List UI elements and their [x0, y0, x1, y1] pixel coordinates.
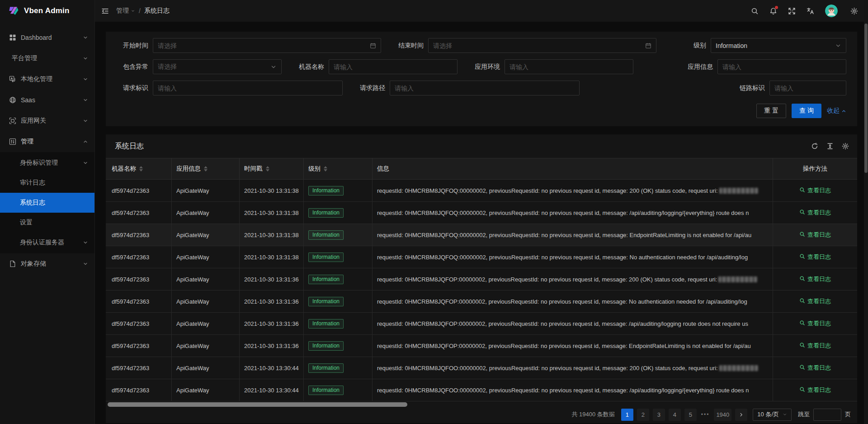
- level-select[interactable]: Information: [711, 38, 846, 53]
- view-log-link[interactable]: 查看日志: [799, 297, 831, 305]
- sidebar-item-dashboard[interactable]: Dashboard: [0, 27, 94, 48]
- view-log-label: 查看日志: [807, 186, 831, 195]
- next-page-button[interactable]: [735, 409, 747, 421]
- sort-carets-icon[interactable]: [204, 166, 208, 172]
- reset-button[interactable]: 重 置: [756, 104, 786, 118]
- page-button-5[interactable]: 5: [684, 409, 697, 421]
- pagination-ellipsis[interactable]: •••: [700, 411, 711, 418]
- cell-message: requestId: 0HMCRBM8JQFOQ:00000002, previ…: [373, 180, 773, 201]
- cell-message: requestId: 0HMCRBM8JQFOP:00000002, previ…: [373, 335, 773, 357]
- sidebar-item-settings[interactable]: 设置: [0, 213, 94, 233]
- end-time-field[interactable]: [433, 42, 642, 49]
- start-time-field[interactable]: [158, 42, 366, 49]
- machine-name-input[interactable]: [329, 59, 458, 74]
- cell-actions: 查看日志: [773, 224, 857, 246]
- cell-timestamp: 2021-10-30 13:31:38: [240, 246, 304, 268]
- column-header-app[interactable]: 应用信息: [172, 158, 240, 179]
- view-log-label: 查看日志: [807, 364, 831, 372]
- request-path-field[interactable]: [395, 85, 575, 92]
- table-row: df5974d72363ApiGateWay2021-10-30 13:31:3…: [106, 268, 857, 291]
- view-log-link[interactable]: 查看日志: [799, 253, 831, 261]
- sidebar-item-manage[interactable]: 管理: [0, 131, 94, 152]
- sidebar-item-identity-management[interactable]: 身份标识管理: [0, 153, 94, 173]
- view-log-link[interactable]: 查看日志: [799, 319, 831, 328]
- sidebar-item-object-storage[interactable]: 对象存储: [0, 253, 94, 274]
- sidebar-item-saas[interactable]: Saas: [0, 90, 94, 110]
- sidebar-item-label: 管理: [21, 138, 83, 146]
- refresh-icon[interactable]: [811, 143, 818, 150]
- sidebar-item-localization[interactable]: 本地化管理: [0, 69, 94, 90]
- logo[interactable]: Vben Admin: [0, 0, 94, 22]
- cell-machine-name: df5974d72363: [106, 379, 172, 401]
- column-header-machine[interactable]: 机器名称: [106, 158, 172, 179]
- level-badge: Information: [308, 341, 344, 351]
- pagination-bar: 共 19400 条数据12345•••194010 条/页跳至页: [106, 408, 857, 423]
- table-row: df5974d72363ApiGateWay2021-10-30 13:31:3…: [106, 246, 857, 268]
- has-exception-select[interactable]: 请选择: [153, 59, 282, 74]
- column-settings-icon[interactable]: [842, 143, 849, 150]
- search-button[interactable]: 查 询: [792, 104, 821, 118]
- row-height-icon[interactable]: [826, 143, 834, 150]
- column-label: 级别: [308, 165, 321, 173]
- app-env-input[interactable]: [505, 59, 633, 74]
- chevron-down-icon: [83, 160, 88, 166]
- sort-carets-icon[interactable]: [324, 166, 327, 172]
- view-log-link[interactable]: 查看日志: [799, 186, 831, 195]
- sidebar-subitem-label: 系统日志: [20, 199, 88, 207]
- menu-fold-icon[interactable]: [101, 7, 109, 15]
- notification-bell-icon[interactable]: [769, 7, 777, 15]
- collapse-link[interactable]: 收起: [827, 107, 846, 115]
- view-log-link[interactable]: 查看日志: [799, 342, 831, 350]
- page-button-last[interactable]: 1940: [714, 409, 731, 421]
- app-info-field[interactable]: [722, 63, 841, 71]
- sidebar-item-gateway[interactable]: 应用网关: [0, 110, 94, 131]
- vertical-scrollbar-thumb[interactable]: [864, 24, 868, 173]
- user-avatar[interactable]: [825, 5, 838, 17]
- gateway-icon: [9, 117, 16, 124]
- sidebar-item-platform[interactable]: 平台管理: [0, 48, 94, 69]
- sort-descend-icon: [204, 169, 208, 172]
- chevron-down-icon: [83, 76, 88, 82]
- request-id-field[interactable]: [158, 85, 338, 92]
- jump-page-input[interactable]: [813, 409, 841, 421]
- search-icon[interactable]: [751, 7, 759, 15]
- filter-label-end-time: 结束时间: [392, 42, 428, 50]
- sidebar-item-auth-server[interactable]: 身份认证服务器: [0, 233, 94, 252]
- trace-id-field[interactable]: [774, 85, 841, 92]
- app-info-input[interactable]: [717, 59, 846, 74]
- page-size-select[interactable]: 10 条/页: [753, 409, 792, 421]
- cell-actions: 查看日志: [773, 291, 857, 312]
- end-time-datepicker[interactable]: [428, 38, 656, 53]
- sidebar-item-audit-log[interactable]: 审计日志: [0, 173, 94, 193]
- sidebar-item-system-log[interactable]: 系统日志: [0, 193, 94, 213]
- fullscreen-icon[interactable]: [788, 7, 796, 15]
- request-id-input[interactable]: [153, 81, 343, 95]
- request-path-input[interactable]: [390, 81, 580, 95]
- view-log-link[interactable]: 查看日志: [799, 364, 831, 372]
- translate-icon[interactable]: [807, 7, 814, 15]
- view-log-link[interactable]: 查看日志: [799, 386, 831, 394]
- sort-carets-icon[interactable]: [139, 166, 143, 172]
- machine-name-field[interactable]: [334, 63, 453, 71]
- column-header-level[interactable]: 级别: [304, 158, 373, 179]
- cell-timestamp: 2021-10-30 13:31:38: [240, 224, 304, 246]
- start-time-datepicker[interactable]: [153, 38, 381, 53]
- sort-carets-icon[interactable]: [266, 166, 269, 172]
- trace-id-input[interactable]: [769, 81, 846, 95]
- table-row: df5974d72363ApiGateWay2021-10-30 13:31:3…: [106, 202, 857, 224]
- cell-app-info: ApiGateWay: [172, 357, 240, 379]
- app-env-field[interactable]: [509, 63, 628, 71]
- cell-app-info: ApiGateWay: [172, 246, 240, 268]
- view-log-link[interactable]: 查看日志: [799, 231, 831, 239]
- page-button-3[interactable]: 3: [653, 409, 665, 421]
- view-log-link[interactable]: 查看日志: [799, 209, 831, 217]
- view-log-link[interactable]: 查看日志: [799, 275, 831, 283]
- page-button-1[interactable]: 1: [621, 409, 633, 421]
- page-button-2[interactable]: 2: [637, 409, 649, 421]
- page-button-4[interactable]: 4: [669, 409, 681, 421]
- cell-timestamp: 2021-10-30 13:30:44: [240, 379, 304, 401]
- breadcrumb-parent[interactable]: 管理: [116, 7, 135, 15]
- column-header-timestamp[interactable]: 时间戳: [240, 158, 304, 179]
- horizontal-scrollbar-thumb[interactable]: [108, 402, 407, 407]
- settings-gear-icon[interactable]: [850, 7, 858, 15]
